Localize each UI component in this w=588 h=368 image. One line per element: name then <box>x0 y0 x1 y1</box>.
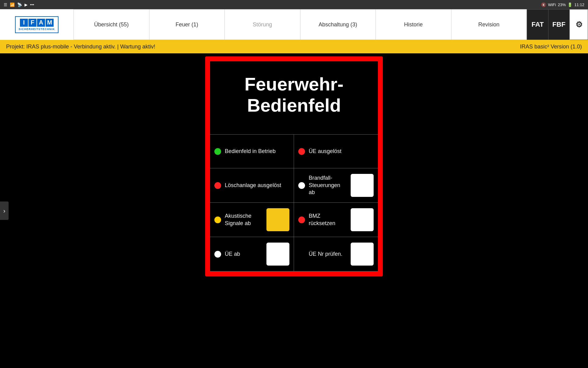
time-display: 11:12 <box>574 2 584 7</box>
button-ue-nr-pruefen[interactable] <box>351 243 374 266</box>
label-bedienfeld: Bedienfeld in Betrieb <box>225 148 289 155</box>
label-brandfall: Brandfall-Steuerungen ab <box>309 174 347 196</box>
indicator-bmz <box>298 217 305 223</box>
logo-box: I F A M SICHERHEITSTECHNIK <box>15 16 59 33</box>
label-bmz: BMZ rücksetzen <box>309 213 347 227</box>
logo-letter-i: I <box>20 19 28 27</box>
mute-icon: 🔇 <box>541 2 546 7</box>
cell-ue-ab: ÜE ab <box>210 237 294 271</box>
nav-tabs: Übersicht (55) Feuer (1) Störung Abschal… <box>74 9 527 40</box>
tab-stoerung[interactable]: Störung <box>225 9 300 40</box>
logo-letter-f: F <box>28 19 36 27</box>
wifi-status-icon: WiFi <box>548 2 556 7</box>
fbf-button[interactable]: FBF <box>548 9 570 40</box>
label-akustische: Akustische Signale ab <box>225 213 263 227</box>
logo-subtitle: SICHERHEITSTECHNIK <box>19 28 55 31</box>
label-ue-nr-pruefen: ÜE Nr prüfen. <box>309 251 347 258</box>
indicator-akustische <box>214 217 221 223</box>
cell-bedienfeld-in-betrieb: Bedienfeld in Betrieb <box>210 135 294 168</box>
cell-akustische-signale-ab: Akustische Signale ab <box>210 203 294 237</box>
main-panel: Feuerwehr-Bedienfeld Bedienfeld in Betri… <box>205 56 383 276</box>
indicator-ue-ab <box>214 251 221 258</box>
label-ue-ab: ÜE ab <box>225 251 263 258</box>
control-grid: Bedienfeld in Betrieb ÜE ausgelöst Lösch… <box>210 134 378 271</box>
settings-icon: ⚙ <box>575 20 582 29</box>
cell-brandfall-steuerungen-ab: Brandfall-Steuerungen ab <box>294 168 378 203</box>
wifi-icon: 📶 <box>10 2 15 7</box>
signal-icon: 📡 <box>17 2 22 7</box>
button-ue-ab[interactable] <box>266 243 289 266</box>
more-icon: ••• <box>30 2 34 7</box>
indicator-bedienfeld <box>214 148 221 155</box>
cell-bmz-ruecksetzen: BMZ rücksetzen <box>294 203 378 237</box>
logo-area: I F A M SICHERHEITSTECHNIK <box>0 13 74 36</box>
tab-feuer[interactable]: Feuer (1) <box>149 9 225 40</box>
indicator-ue-ausgeloest <box>298 148 305 155</box>
hamburger-icon: ☰ <box>4 2 7 7</box>
status-left: ☰ 📶 📡 ▶ ••• <box>4 2 34 7</box>
notification-left: Projekt: IRAS plus-mobile - Verbindung a… <box>6 44 155 50</box>
logo-letter-a: A <box>37 19 45 27</box>
logo-letters: I F A M <box>20 19 54 27</box>
indicator-brandfall <box>298 182 305 189</box>
tab-revision[interactable]: Revision <box>451 9 527 40</box>
battery-text: 23% <box>558 2 566 7</box>
cell-ue-ausgeloest: ÜE ausgelöst <box>294 135 378 168</box>
panel-title: Feuerwehr-Bedienfeld <box>210 61 378 134</box>
fat-button[interactable]: FAT <box>527 9 548 40</box>
notification-bar: Projekt: IRAS plus-mobile - Verbindung a… <box>0 40 588 53</box>
logo-letter-m: M <box>46 19 54 27</box>
tab-uebersicht[interactable]: Übersicht (55) <box>74 9 149 40</box>
tab-abschaltung[interactable]: Abschaltung (3) <box>300 9 376 40</box>
button-bmz-ruecksetzen[interactable] <box>351 208 374 231</box>
tab-historie[interactable]: Historie <box>376 9 451 40</box>
cell-loeschanlage-ausgeloest: Löschanlage ausgelöst <box>210 168 294 203</box>
cell-ue-nr-pruefen: ÜE Nr prüfen. <box>294 237 378 271</box>
chevron-right-icon: › <box>3 207 6 214</box>
status-bar: ☰ 📶 📡 ▶ ••• 🔇 WiFi 23% 🔋 11:12 <box>0 0 588 9</box>
header: I F A M SICHERHEITSTECHNIK Übersicht (55… <box>0 9 588 40</box>
notification-right: IRAS basic² Version (1.0) <box>520 44 582 50</box>
sidebar-toggle[interactable]: › <box>0 201 9 220</box>
button-brandfall-steuerungen[interactable] <box>351 174 374 197</box>
label-loeschanlage: Löschanlage ausgelöst <box>225 182 289 189</box>
indicator-loeschanlage <box>214 182 221 189</box>
label-ue-ausgeloest: ÜE ausgelöst <box>309 148 374 155</box>
fab-buttons: FAT FBF ⚙ <box>527 9 588 40</box>
battery-icon: 🔋 <box>567 2 572 7</box>
play-icon: ▶ <box>24 2 28 7</box>
main-area: › Feuerwehr-Bedienfeld Bedienfeld in Bet… <box>0 53 588 368</box>
button-akustische-signale[interactable] <box>266 208 289 231</box>
status-right: 🔇 WiFi 23% 🔋 11:12 <box>541 2 584 7</box>
settings-button[interactable]: ⚙ <box>570 9 588 40</box>
